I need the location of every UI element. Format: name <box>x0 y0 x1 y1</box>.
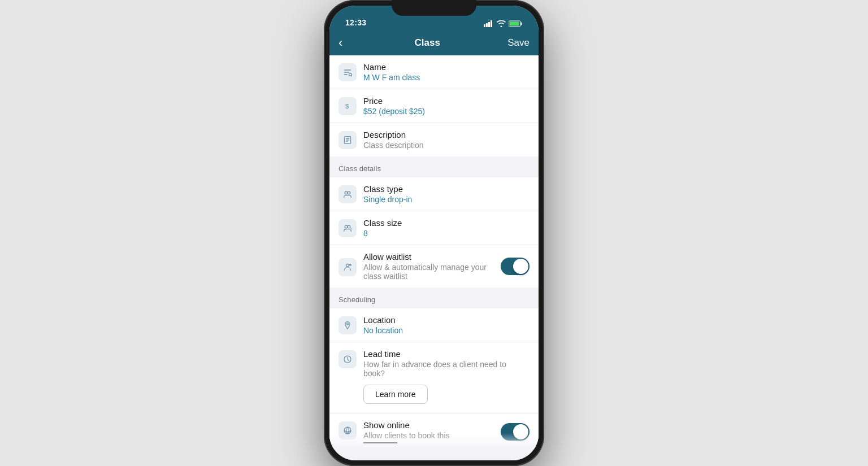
description-icon-container <box>338 131 357 149</box>
class-type-text: Class type Single drop-in <box>363 184 530 204</box>
class-size-icon <box>343 224 352 233</box>
class-details-group: Class type Single drop-in <box>329 177 539 288</box>
scheduling-group: Location No location L <box>329 308 539 450</box>
status-time: 12:33 <box>345 18 366 27</box>
description-value: Class description <box>363 141 530 150</box>
svg-point-19 <box>345 225 348 228</box>
svg-point-26 <box>344 427 351 434</box>
learn-more-button[interactable]: Learn more <box>363 385 428 404</box>
show-online-text: Show online Allow clients to book this <box>363 420 496 443</box>
price-text: Price $52 (deposit $25) <box>363 96 530 116</box>
name-icon-container <box>338 63 357 81</box>
svg-text:+: + <box>349 264 350 266</box>
battery-icon <box>509 20 523 27</box>
waitlist-text: Allow waitlist Allow & automatically man… <box>363 252 496 281</box>
svg-rect-8 <box>344 72 350 73</box>
description-icon <box>343 136 352 145</box>
waitlist-icon: + <box>343 263 352 272</box>
show-online-underline <box>363 442 397 443</box>
svg-rect-0 <box>484 24 485 27</box>
svg-rect-15 <box>346 140 349 140</box>
show-online-toggle-knob <box>513 424 528 439</box>
show-online-icon <box>343 426 352 435</box>
show-online-description: Allow clients to book this <box>363 431 496 440</box>
class-size-value: 8 <box>363 229 530 238</box>
allow-waitlist-row[interactable]: + Allow waitlist Allow & automatically m… <box>329 245 539 288</box>
show-online-row[interactable]: Show online Allow clients to book this <box>329 413 539 450</box>
content-scroll[interactable]: Name M W F am class $ Price $52 (deposit… <box>329 55 539 460</box>
svg-point-18 <box>348 191 350 194</box>
save-button[interactable]: Save <box>507 37 530 49</box>
show-online-toggle[interactable] <box>501 423 530 441</box>
nav-title: Class <box>415 37 440 49</box>
price-row[interactable]: $ Price $52 (deposit $25) <box>329 89 539 123</box>
basic-info-group: Name M W F am class $ Price $52 (deposit… <box>329 55 539 156</box>
lead-time-label: Lead time <box>363 349 530 359</box>
name-text: Name M W F am class <box>363 62 530 82</box>
price-value: $52 (deposit $25) <box>363 107 530 116</box>
class-type-icon <box>343 190 352 199</box>
location-icon-container <box>338 316 357 334</box>
location-label: Location <box>363 315 530 325</box>
phone-screen: 12:33 <box>329 6 539 460</box>
waitlist-icon-container: + <box>338 258 357 276</box>
class-type-row[interactable]: Class type Single drop-in <box>329 177 539 211</box>
class-type-label: Class type <box>363 184 530 194</box>
class-type-icon-container <box>338 185 357 203</box>
name-row[interactable]: Name M W F am class <box>329 55 539 89</box>
name-label: Name <box>363 62 530 72</box>
name-icon <box>343 68 352 77</box>
back-button[interactable]: ‹ <box>338 34 347 51</box>
price-icon-container: $ <box>338 97 357 115</box>
waitlist-description: Allow & automatically manage your class … <box>363 263 496 281</box>
nav-bar: ‹ Class Save <box>329 31 539 55</box>
svg-rect-7 <box>344 69 351 71</box>
svg-rect-1 <box>486 23 488 27</box>
class-size-row[interactable]: Class size 8 <box>329 211 539 245</box>
class-size-label: Class size <box>363 218 530 228</box>
status-icons <box>484 20 523 27</box>
class-size-text: Class size 8 <box>363 218 530 238</box>
waitlist-toggle[interactable] <box>501 258 530 275</box>
svg-point-24 <box>346 323 348 325</box>
signal-icon <box>484 20 494 27</box>
show-online-label: Show online <box>363 420 496 430</box>
location-text: Location No location <box>363 315 530 335</box>
location-icon <box>343 321 352 330</box>
lead-time-text: Lead time How far in advance does a clie… <box>363 349 530 378</box>
description-label: Description <box>363 130 530 140</box>
svg-rect-14 <box>346 138 349 139</box>
phone-device: 12:33 <box>324 0 544 466</box>
class-size-icon-container <box>338 219 357 237</box>
svg-rect-5 <box>521 23 522 25</box>
svg-rect-9 <box>344 74 348 75</box>
show-online-icon-container <box>338 421 357 439</box>
phone-notch <box>392 0 476 16</box>
waitlist-label: Allow waitlist <box>363 252 496 262</box>
class-type-value: Single drop-in <box>363 195 530 204</box>
description-text: Description Class description <box>363 130 530 150</box>
svg-point-21 <box>346 264 349 267</box>
lead-time-row[interactable]: Lead time How far in advance does a clie… <box>329 342 539 413</box>
price-label: Price <box>363 96 530 106</box>
show-online-toggle-container <box>501 423 530 441</box>
svg-rect-16 <box>346 141 348 142</box>
lead-time-icon-container <box>338 350 357 368</box>
waitlist-toggle-knob <box>513 259 528 274</box>
svg-rect-2 <box>488 22 490 27</box>
scheduling-header: Scheduling <box>329 288 539 308</box>
location-value: No location <box>363 326 530 335</box>
svg-text:$: $ <box>345 103 349 110</box>
description-row[interactable]: Description Class description <box>329 123 539 156</box>
waitlist-toggle-container <box>501 258 530 275</box>
lead-time-description: How far in advance does a client need to… <box>363 360 530 378</box>
lead-time-icon <box>343 355 352 364</box>
svg-point-17 <box>345 191 348 194</box>
svg-rect-6 <box>510 22 519 26</box>
svg-rect-3 <box>491 20 492 27</box>
name-value: M W F am class <box>363 73 530 82</box>
class-details-header: Class details <box>329 156 539 177</box>
svg-line-11 <box>351 76 352 76</box>
location-row[interactable]: Location No location <box>329 308 539 342</box>
price-icon: $ <box>343 102 352 111</box>
